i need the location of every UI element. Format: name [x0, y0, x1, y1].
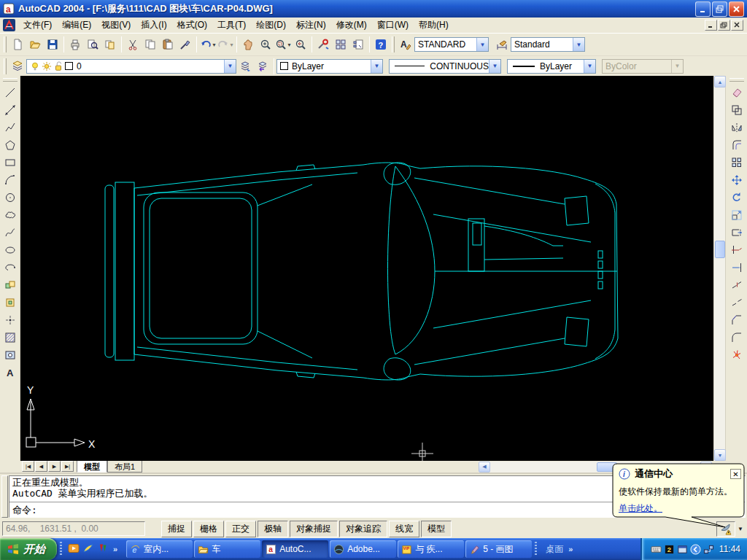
- task-button-paint[interactable]: 5 - 画图: [465, 540, 532, 558]
- quick-launch-media-player-icon[interactable]: [68, 542, 80, 556]
- rectangle-button[interactable]: [1, 154, 19, 171]
- array-button[interactable]: [728, 154, 746, 171]
- chevron-down-icon[interactable]: ▼: [573, 38, 584, 51]
- tab-model[interactable]: 模型: [77, 461, 107, 472]
- ellipse-button[interactable]: [1, 241, 19, 258]
- arc-button[interactable]: [1, 171, 19, 188]
- chevron-down-icon[interactable]: ▼: [489, 60, 500, 73]
- drawing-canvas[interactable]: Y X: [20, 76, 713, 461]
- mirror-button[interactable]: [728, 119, 746, 136]
- tab-first-button[interactable]: |◀: [22, 461, 34, 472]
- vertical-scrollbar[interactable]: ▲ ▼: [713, 76, 725, 461]
- vertical-scroll-thumb[interactable]: [715, 241, 725, 258]
- make-block-button[interactable]: [1, 294, 19, 311]
- tab-prev-button[interactable]: ◀: [35, 461, 47, 472]
- network-icon[interactable]: [703, 544, 714, 555]
- revision-cloud-button[interactable]: [1, 206, 19, 223]
- text-style-button[interactable]: A: [397, 36, 414, 53]
- erase-button[interactable]: [728, 84, 746, 101]
- toggle-model[interactable]: 模型: [421, 521, 452, 537]
- print-preview-button[interactable]: [84, 36, 101, 53]
- point-button[interactable]: [1, 311, 19, 328]
- chevron-down-icon[interactable]: ▼: [476, 38, 488, 51]
- quick-launch-overflow-icon[interactable]: »: [112, 545, 119, 553]
- dim-style-combo[interactable]: Standard ▼: [511, 37, 585, 52]
- toolbar-grip[interactable]: [392, 36, 395, 52]
- hatch-button[interactable]: [1, 329, 19, 346]
- extend-button[interactable]: [728, 259, 746, 276]
- task-button-adobe[interactable]: Adobe...: [330, 540, 396, 558]
- paste-button[interactable]: [159, 36, 177, 53]
- toggle-lineweight[interactable]: 线宽: [389, 521, 419, 537]
- minimize-button[interactable]: [695, 1, 711, 17]
- desktop-toolbar[interactable]: 桌面 »: [543, 543, 577, 556]
- scroll-left-button[interactable]: ◀: [479, 462, 490, 472]
- copy-object-button[interactable]: [728, 101, 746, 118]
- task-button-vip[interactable]: VIP与 疾...: [398, 540, 464, 558]
- menu-item-1[interactable]: 编辑(E): [57, 18, 96, 31]
- balloon-close-icon[interactable]: ✕: [730, 469, 741, 479]
- copy-clip-button[interactable]: [142, 36, 159, 53]
- layer-freeze-sun-icon[interactable]: [42, 61, 52, 71]
- hide-icons-chevron-icon[interactable]: [690, 544, 701, 555]
- fillet-button[interactable]: [728, 329, 746, 346]
- menu-item-7[interactable]: 标注(N): [291, 18, 331, 31]
- toggle-snap[interactable]: 捕捉: [161, 521, 192, 537]
- toolbar-grip[interactable]: [4, 36, 7, 52]
- zoom-previous-button[interactable]: [292, 36, 309, 53]
- quick-launch-pens-icon[interactable]: [97, 542, 109, 556]
- menu-item-3[interactable]: 插入(I): [136, 18, 171, 31]
- chevron-down-icon[interactable]: ▾: [287, 42, 290, 48]
- explode-button[interactable]: [728, 346, 746, 363]
- taskbar-grip[interactable]: [60, 542, 62, 556]
- chamfer-button[interactable]: [728, 311, 746, 328]
- menu-item-0[interactable]: 文件(F): [18, 18, 57, 31]
- tab-last-button[interactable]: ▶|: [61, 461, 74, 472]
- layer-on-bulb-icon[interactable]: [30, 61, 40, 71]
- menu-item-8[interactable]: 修改(M): [331, 18, 372, 31]
- designcenter-button[interactable]: [332, 36, 349, 53]
- undo-button[interactable]: ▾: [199, 36, 217, 53]
- task-button-folder[interactable]: 车: [194, 540, 260, 558]
- toggle-ortho[interactable]: 正交: [225, 521, 256, 537]
- scroll-up-button[interactable]: ▲: [714, 76, 726, 88]
- tab-next-button[interactable]: ▶: [48, 461, 61, 472]
- help-button[interactable]: ?: [372, 36, 390, 53]
- move-button[interactable]: [728, 171, 746, 188]
- input-method-icon[interactable]: 2: [664, 544, 675, 555]
- menu-item-6[interactable]: 绘图(D): [251, 18, 291, 31]
- menu-item-10[interactable]: 帮助(H): [414, 18, 454, 31]
- menu-item-4[interactable]: 格式(O): [172, 18, 212, 31]
- construction-line-button[interactable]: [1, 101, 19, 118]
- multiline-text-button[interactable]: A: [1, 364, 19, 381]
- task-button-ie[interactable]: e室内...: [126, 540, 193, 558]
- balloon-link[interactable]: 单击此处。: [619, 502, 741, 515]
- tab-layout1[interactable]: 布局1: [107, 461, 142, 472]
- autocad-app-icon[interactable]: a: [3, 3, 15, 15]
- task-button-autocad[interactable]: aAutoC...: [262, 540, 328, 558]
- layer-combo[interactable]: 0 ▼: [26, 59, 236, 74]
- mdi-restore-button[interactable]: [718, 20, 730, 31]
- break-at-point-button[interactable]: [728, 276, 746, 293]
- desktop-overflow-icon[interactable]: »: [567, 545, 574, 553]
- tool-palettes-button[interactable]: [349, 36, 367, 53]
- break-button[interactable]: [728, 294, 746, 311]
- toggle-polar[interactable]: 极轴: [258, 521, 288, 537]
- toggle-grid[interactable]: 栅格: [193, 521, 224, 537]
- save-button[interactable]: [44, 36, 61, 53]
- polyline-button[interactable]: [1, 119, 19, 136]
- start-button[interactable]: 开始: [0, 538, 57, 560]
- toolbar-grip[interactable]: [729, 78, 744, 82]
- taskbar-grip[interactable]: [535, 542, 537, 556]
- trim-button[interactable]: [728, 241, 746, 258]
- polygon-button[interactable]: [1, 136, 19, 153]
- toggle-osnap[interactable]: 对象捕捉: [290, 521, 338, 537]
- properties-palette-button[interactable]: [314, 36, 332, 53]
- layer-properties-manager-button[interactable]: [9, 58, 26, 75]
- toolbar-grip[interactable]: [3, 78, 18, 82]
- window-tray-icon[interactable]: [677, 544, 688, 555]
- restore-button[interactable]: [712, 1, 727, 17]
- chevron-down-icon[interactable]: ▼: [584, 60, 595, 73]
- region-button[interactable]: [1, 346, 19, 363]
- publish-button[interactable]: [101, 36, 119, 53]
